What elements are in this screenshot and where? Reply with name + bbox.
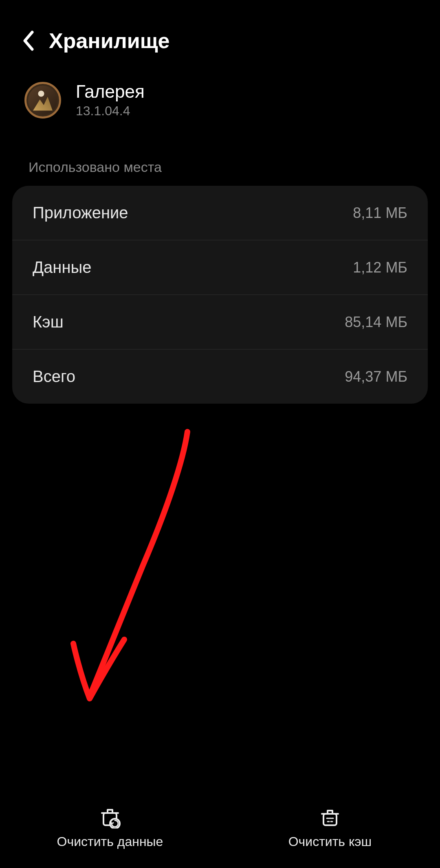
clear-data-icon: [99, 806, 121, 828]
row-value: 1,12 МБ: [353, 259, 407, 276]
storage-card: Приложение 8,11 МБ Данные 1,12 МБ Кэш 85…: [12, 186, 428, 404]
arrow-head: [73, 639, 124, 699]
row-value: 85,14 МБ: [345, 314, 407, 331]
row-data: Данные 1,12 МБ: [12, 240, 428, 294]
row-total: Всего 94,37 МБ: [12, 349, 428, 404]
row-label: Данные: [33, 258, 92, 277]
bottom-bar: Очистить данные Очистить кэш: [0, 787, 440, 868]
arrow-annotation: [61, 428, 224, 713]
app-version: 13.1.04.4: [76, 103, 145, 119]
back-button[interactable]: [16, 29, 41, 53]
clear-cache-button[interactable]: Очистить кэш: [220, 787, 440, 868]
row-cache: Кэш 85,14 МБ: [12, 294, 428, 349]
svg-rect-2: [323, 814, 337, 825]
header: Хранилище: [0, 0, 440, 69]
row-label: Приложение: [33, 204, 128, 222]
back-icon: [22, 31, 35, 51]
space-used-label: Использовано места: [0, 135, 440, 186]
clear-cache-label: Очистить кэш: [288, 834, 372, 849]
row-label: Всего: [33, 367, 75, 386]
clear-data-button[interactable]: Очистить данные: [0, 787, 220, 868]
clear-data-label: Очистить данные: [57, 834, 163, 849]
row-value: 8,11 МБ: [353, 204, 407, 222]
app-meta: Галерея 13.1.04.4: [76, 81, 145, 119]
app-info-row: Галерея 13.1.04.4: [0, 69, 440, 135]
arrow-shaft: [90, 432, 187, 697]
page-title: Хранилище: [49, 29, 170, 53]
clear-cache-icon: [319, 806, 341, 828]
row-value: 94,37 МБ: [345, 368, 407, 385]
app-name: Галерея: [76, 81, 145, 102]
row-label: Кэш: [33, 313, 64, 331]
row-application: Приложение 8,11 МБ: [12, 186, 428, 240]
gallery-app-icon: [24, 82, 61, 119]
